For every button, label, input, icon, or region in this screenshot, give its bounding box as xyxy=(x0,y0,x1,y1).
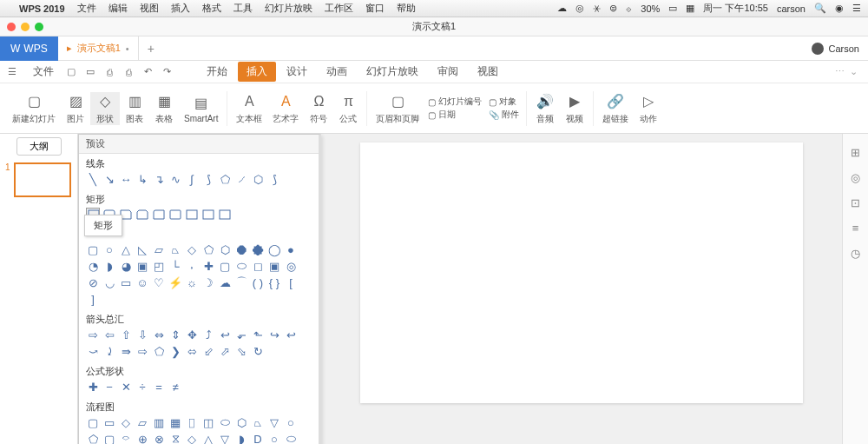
user-name[interactable]: carson xyxy=(777,3,806,14)
menu-view[interactable]: 视图 xyxy=(140,2,159,15)
audio-button[interactable]: 🔊音频 xyxy=(530,92,560,125)
shape-elbow-arrow[interactable]: ↴ xyxy=(152,172,166,186)
menu-edit[interactable]: 编辑 xyxy=(108,2,128,15)
undo-icon[interactable]: ↶ xyxy=(141,65,155,79)
tab-design[interactable]: 设计 xyxy=(278,62,316,82)
wechat-icon[interactable]: ☁ xyxy=(557,3,567,14)
bluetooth-icon[interactable]: ⚹ xyxy=(593,3,601,14)
menu-tools[interactable]: 工具 xyxy=(233,2,253,15)
tool-5-icon[interactable]: ◷ xyxy=(851,247,860,260)
shape-arc[interactable]: ⌒ xyxy=(234,275,248,289)
shape-rtriangle[interactable]: ◺ xyxy=(135,242,149,256)
shape-fc-stored[interactable]: ◗ xyxy=(234,432,248,444)
shape-plaque[interactable]: ▢ xyxy=(218,259,232,273)
shape-freeform2[interactable]: ⟋ xyxy=(234,172,248,186)
shape-blockarc[interactable]: ◡ xyxy=(102,275,116,289)
tab-slideshow[interactable]: 幻灯片放映 xyxy=(358,62,427,82)
slide[interactable] xyxy=(360,142,803,403)
shape-arrow-curved-r[interactable]: ↪ xyxy=(267,328,281,341)
clock[interactable]: 周一 下午10:55 xyxy=(703,2,768,15)
shape-moon[interactable]: ☽ xyxy=(201,275,215,289)
shape-arrow-callout-r[interactable]: ⬄ xyxy=(185,344,199,358)
avatar[interactable] xyxy=(812,43,824,55)
shape-arrow-r[interactable]: ⇨ xyxy=(86,328,100,341)
shape-divide[interactable]: ÷ xyxy=(135,380,149,394)
shape-rbracket[interactable]: ] xyxy=(86,292,100,306)
menu-icon[interactable]: ☰ xyxy=(852,3,861,14)
shape-snip-round[interactable] xyxy=(152,208,166,222)
shape-lshape[interactable]: └ xyxy=(168,259,182,273)
chart-button[interactable]: ▥图表 xyxy=(120,92,149,125)
shape-sun[interactable]: ☼ xyxy=(185,275,199,289)
action-button[interactable]: ▷动作 xyxy=(634,92,663,125)
shape-cube[interactable]: ◻ xyxy=(251,259,265,273)
shape-arrow-pentagon[interactable]: ⬠ xyxy=(152,344,166,358)
shape-octagon[interactable]: ⯄ xyxy=(251,242,265,256)
shape-curve3[interactable]: ⟆ xyxy=(201,172,215,186)
redo-icon[interactable]: ↷ xyxy=(160,65,174,79)
shape-fc-magnetic[interactable]: ⬭ xyxy=(284,432,298,444)
shape-arrow-callout-d[interactable]: ⬂ xyxy=(234,344,248,358)
slide-thumbnail[interactable] xyxy=(14,162,71,197)
shape-arrow-bent[interactable]: ⤴ xyxy=(201,328,215,341)
shape-arrow-striped[interactable]: ⇛ xyxy=(119,344,133,358)
shape-fc-document[interactable]: ⌷ xyxy=(185,415,199,429)
shape-round-diag[interactable] xyxy=(201,208,215,222)
shape-brace[interactable]: { } xyxy=(267,275,281,289)
menu-format[interactable]: 格式 xyxy=(202,2,221,15)
tool-4-icon[interactable]: ≡ xyxy=(852,222,859,235)
file-menu[interactable]: 文件 xyxy=(24,62,62,82)
tool-2-icon[interactable]: ◎ xyxy=(851,171,860,184)
header-footer-button[interactable]: ▢页眉和页脚 xyxy=(371,92,424,125)
shape-multiply[interactable]: ✕ xyxy=(119,380,133,394)
menu-help[interactable]: 帮助 xyxy=(397,2,416,15)
shape-arrow-bentup[interactable]: ⬑ xyxy=(251,328,265,341)
shape-arrow-ud[interactable]: ⇕ xyxy=(168,328,182,341)
shape-arrow-callout-u[interactable]: ⬀ xyxy=(218,344,232,358)
shape-line[interactable]: ╲ xyxy=(86,172,100,186)
shape-arrow-curved-u[interactable]: ⤻ xyxy=(86,344,100,358)
shape-diamond[interactable]: ◇ xyxy=(185,242,199,256)
shape-arrow-lr[interactable]: ⇔ xyxy=(152,328,166,341)
close-icon[interactable] xyxy=(7,23,16,31)
shape-fc-terminator[interactable]: ⬭ xyxy=(218,415,232,429)
shape-minus[interactable]: − xyxy=(102,380,116,394)
shape-heptagon[interactable]: ⯃ xyxy=(234,242,248,256)
shape-arrow-callout-l[interactable]: ⬃ xyxy=(201,344,215,358)
shape-lbracket[interactable]: [ xyxy=(284,275,298,289)
shape-line-double[interactable]: ↔ xyxy=(119,172,133,186)
slide-number-button[interactable]: ▢幻灯片编号 xyxy=(428,96,482,108)
volume-icon[interactable]: ⟐ xyxy=(626,3,632,14)
save-icon[interactable]: ⎙ xyxy=(102,65,116,79)
shape-arrow-uturn[interactable]: ↩ xyxy=(218,328,232,341)
menu-window[interactable]: 窗口 xyxy=(365,2,385,15)
new-slide-button[interactable]: ▢新建幻灯片 xyxy=(7,92,61,125)
shape-elbow[interactable]: ↳ xyxy=(135,172,149,186)
shape-round-single[interactable] xyxy=(168,208,182,222)
battery-icon[interactable]: ▭ xyxy=(668,3,677,14)
tab-review[interactable]: 审阅 xyxy=(429,62,467,82)
maximize-icon[interactable] xyxy=(35,23,43,31)
shape-fc-offpage[interactable]: ⬠ xyxy=(86,432,100,444)
wordart-button[interactable]: A艺术字 xyxy=(267,92,304,125)
shape-fc-manual-input[interactable]: ⏢ xyxy=(251,415,265,429)
shape-chord[interactable]: ◗ xyxy=(102,259,116,273)
object-button[interactable]: ▢对象 xyxy=(489,96,519,108)
shape-not-equal[interactable]: ≠ xyxy=(168,380,182,394)
shape-freeform3[interactable]: ⬡ xyxy=(251,172,265,186)
shape-arrow-curved-l[interactable]: ↩ xyxy=(284,328,298,341)
print-icon[interactable]: ⎙ xyxy=(122,65,135,79)
shape-button[interactable]: ◇形状 xyxy=(90,92,120,125)
menu-file[interactable]: 文件 xyxy=(77,2,96,15)
shape-fc-predefined[interactable]: ▥ xyxy=(152,415,166,429)
shape-scribble[interactable]: ⟆ xyxy=(267,172,281,186)
shape-fc-decision[interactable]: ◇ xyxy=(119,415,133,429)
shape-curve[interactable]: ∿ xyxy=(168,172,182,186)
shape-frame[interactable]: ▣ xyxy=(135,259,149,273)
add-tab-button[interactable]: + xyxy=(139,42,163,56)
shape-pentagon[interactable]: ⬠ xyxy=(201,242,215,256)
menu-slideshow[interactable]: 幻灯片放映 xyxy=(265,2,312,15)
shape-arrow-l[interactable]: ⇦ xyxy=(102,328,116,341)
shape-fc-summing[interactable]: ⊕ xyxy=(135,432,149,444)
tab-start[interactable]: 开始 xyxy=(198,62,236,82)
